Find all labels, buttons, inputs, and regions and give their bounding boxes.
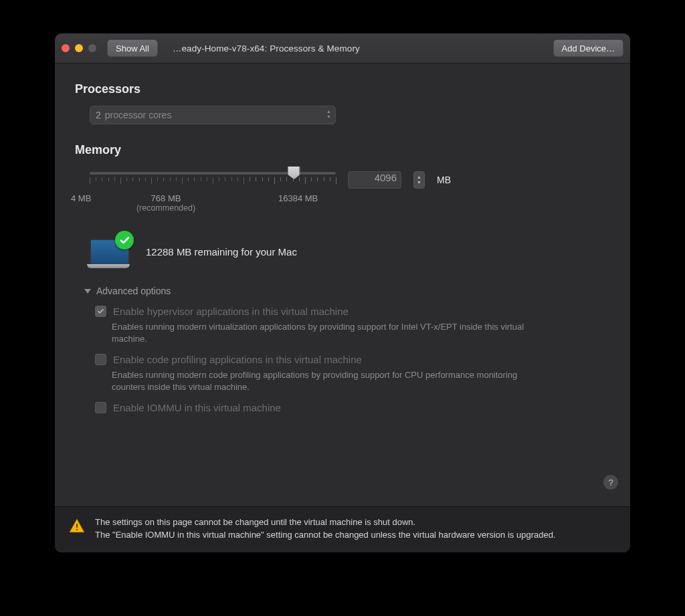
traffic-lights [62,44,96,52]
advanced-options-toggle[interactable]: Advanced options [84,286,610,296]
code-profiling-label: Enable code profiling applications in th… [113,354,362,365]
memory-slider[interactable] [90,167,336,193]
disclosure-triangle-icon [84,289,91,294]
memory-input[interactable]: 4096 [348,171,401,189]
memory-heading: Memory [75,143,610,157]
memory-remaining-label: 12288 MB remaining for your Mac [146,246,297,258]
checkmark-badge-icon [115,231,134,249]
iommu-checkbox[interactable] [95,402,106,413]
memory-recommended-label: 768 MB [151,193,181,203]
svg-rect-0 [76,524,78,528]
add-device-button[interactable]: Add Device… [553,39,623,57]
minimize-icon[interactable] [75,44,83,52]
hypervisor-label: Enable hypervisor applications in this v… [113,306,349,317]
code-profiling-checkbox[interactable] [95,354,106,365]
option-code-profiling: Enable code profiling applications in th… [95,354,610,393]
warning-icon [68,518,86,535]
processor-core-label: processor cores [105,110,172,120]
help-button[interactable]: ? [603,475,618,490]
chevron-up-icon: ▲ [417,175,421,180]
code-profiling-desc: Enables running modern code profiling ap… [112,369,526,393]
warning-line1: The settings on this page cannot be chan… [95,516,556,529]
chevron-updown-icon: ▲▼ [326,109,331,119]
memory-unit-label: MB [437,175,451,185]
processor-core-count: 2 [96,110,101,120]
advanced-options-label: Advanced options [96,286,171,296]
warning-footer: The settings on this page cannot be chan… [55,506,630,552]
mac-icon [87,235,130,268]
warning-line2: The "Enable IOMMU in this virtual machin… [95,529,556,542]
option-hypervisor: Enable hypervisor applications in this v… [95,306,610,344]
settings-window: Show All …eady-Home-v78-x64: Processors … [55,33,630,552]
show-all-button[interactable]: Show All [107,39,158,57]
iommu-label: Enable IOMMU in this virtual machine [113,402,281,413]
option-iommu: Enable IOMMU in this virtual machine [95,402,610,413]
window-title: …eady-Home-v78-x64: Processors & Memory [173,43,360,54]
processor-cores-select[interactable]: 2 processor cores ▲▼ [90,106,336,124]
window-toolbar: Show All …eady-Home-v78-x64: Processors … [55,33,630,64]
svg-rect-1 [76,529,78,530]
zoom-icon[interactable] [88,44,96,52]
memory-recommended-sub: (recommended) [136,203,195,213]
memory-min-label: 4 MB [71,193,91,203]
hypervisor-checkbox[interactable] [95,306,106,317]
memory-stepper[interactable]: ▲ ▼ [413,171,425,189]
hypervisor-desc: Enables running modern virtualization ap… [112,321,526,344]
settings-body: Processors 2 processor cores ▲▼ Memory 4… [55,64,630,506]
memory-max-label: 16384 MB [278,193,318,203]
chevron-down-icon: ▼ [417,180,421,185]
close-icon[interactable] [62,44,70,52]
processors-heading: Processors [75,82,610,96]
